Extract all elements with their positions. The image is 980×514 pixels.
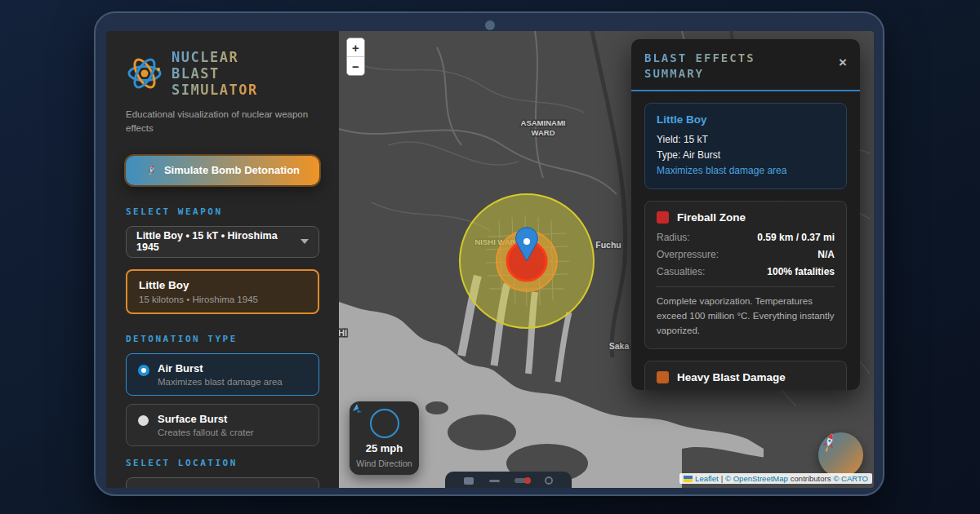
wind-direction-label: Wind Direction bbox=[356, 459, 412, 468]
wind-compass-icon bbox=[370, 409, 399, 438]
simulate-detonation-button[interactable]: Simulate Bomb Detonation bbox=[126, 156, 319, 185]
detonation-option-air-burst[interactable]: Air Burst Maximizes blast damage area bbox=[126, 353, 319, 396]
rocket-badge-button[interactable] bbox=[818, 432, 863, 477]
detonation-option-surface-burst[interactable]: Surface Burst Creates fallout & crater bbox=[126, 404, 319, 446]
weapon-select[interactable]: Little Boy • 15 kT • Hiroshima 1945 bbox=[126, 226, 319, 258]
map-label-hiroshima-partial: HI bbox=[339, 328, 347, 338]
app-title: NUCLEAR BLAST SIMULATOR bbox=[172, 49, 258, 98]
sidebar: NUCLEAR BLAST SIMULATOR Educational visu… bbox=[106, 31, 339, 488]
map-label-asaminami-2: WARD bbox=[531, 128, 555, 137]
fireball-zone-name: Fireball Zone bbox=[677, 211, 746, 224]
map-label-saka: Saka bbox=[609, 341, 630, 351]
surface-burst-label: Surface Burst bbox=[158, 413, 254, 425]
weapon-summary-card: Little Boy Yield: 15 kT Type: Air Burst … bbox=[644, 103, 847, 190]
heavy-blast-damage-card: Heavy Blast Damage Radius: 0.68 km / 0.4… bbox=[644, 361, 847, 390]
weapon-select-value: Little Boy • 15 kT • Hiroshima 1945 bbox=[136, 230, 301, 253]
map-zoom-control: + − bbox=[346, 38, 365, 76]
weapon-name: Little Boy bbox=[139, 279, 306, 291]
toggle-icon bbox=[514, 478, 529, 483]
wave-icon bbox=[489, 480, 500, 482]
select-weapon-heading: SELECT WEAPON bbox=[126, 206, 319, 217]
radio-selected-icon bbox=[138, 365, 149, 376]
carto-link[interactable]: © CARTO bbox=[833, 474, 868, 483]
zone-stat-row: Radius: 0.59 km / 0.37 mi bbox=[657, 232, 835, 243]
location-select[interactable]: Hiroshima bbox=[126, 477, 319, 488]
heavy-blast-name: Heavy Blast Damage bbox=[677, 371, 786, 383]
zone-stat-row: Overpressure: N/A bbox=[657, 249, 835, 260]
app-screen: NISHI WARD ASAMINAMI WARD Fuchu Saka HI bbox=[106, 31, 874, 488]
heavy-blast-swatch-icon bbox=[657, 371, 669, 383]
fireball-zone-swatch-icon bbox=[657, 211, 669, 224]
air-burst-description: Maximizes blast damage area bbox=[158, 377, 283, 387]
attribution-separator: | bbox=[721, 474, 723, 483]
wind-direction-widget[interactable]: 25 mph Wind Direction bbox=[350, 401, 419, 475]
atom-logo-icon bbox=[126, 55, 163, 92]
attribution-contributors: contributors bbox=[791, 474, 831, 483]
gear-icon bbox=[545, 476, 553, 485]
fireball-zone-description: Complete vaporization. Temperatures exce… bbox=[657, 295, 835, 338]
close-icon[interactable]: × bbox=[839, 55, 847, 69]
summary-type: Type: Air Burst bbox=[657, 148, 835, 163]
zoom-in-button[interactable]: + bbox=[347, 38, 364, 56]
wind-speed-value: 25 mph bbox=[366, 442, 403, 454]
fireball-zone-card: Fireball Zone Radius: 0.59 km / 0.37 mi … bbox=[644, 201, 847, 348]
rocket-icon bbox=[144, 162, 159, 178]
osm-link[interactable]: © OpenStreetMap bbox=[725, 474, 788, 483]
weapon-details: 15 kilotons • Hiroshima 1945 bbox=[139, 295, 306, 304]
zone-stat-row: Casualties: 100% fatalities bbox=[657, 266, 835, 277]
leaflet-link[interactable]: Leaflet bbox=[695, 474, 719, 483]
summary-weapon-name: Little Boy bbox=[657, 113, 835, 126]
air-burst-label: Air Burst bbox=[158, 362, 283, 374]
location-select-value: Hiroshima bbox=[136, 487, 186, 488]
surface-burst-description: Creates fallout & crater bbox=[158, 428, 254, 437]
blast-effects-panel: BLAST EFFECTS SUMMARY × Little Boy Yield… bbox=[631, 39, 860, 390]
chevron-down-icon bbox=[301, 239, 309, 244]
weapon-info-card: Little Boy 15 kilotons • Hiroshima 1945 bbox=[126, 269, 319, 314]
summary-note: Maximizes blast damage area bbox=[657, 163, 835, 179]
map-legend-toolbar[interactable] bbox=[445, 472, 572, 488]
background: NISHI WARD ASAMINAMI WARD Fuchu Saka HI bbox=[0, 0, 980, 514]
select-location-heading: SELECT LOCATION bbox=[126, 458, 319, 468]
radio-unselected-icon bbox=[138, 415, 149, 426]
ukraine-flag-icon bbox=[684, 476, 693, 482]
panel-title: BLAST EFFECTS SUMMARY bbox=[644, 51, 847, 82]
detonation-type-heading: DETONATION TYPE bbox=[126, 334, 319, 344]
map-label-fuchu: Fuchu bbox=[595, 240, 621, 250]
zoom-out-button[interactable]: − bbox=[347, 57, 364, 75]
map-attribution: Leaflet | © OpenStreetMap contributors ©… bbox=[679, 473, 872, 484]
camera-dot bbox=[485, 20, 495, 30]
summary-yield: Yield: 15 kT bbox=[657, 132, 835, 148]
simulate-button-label: Simulate Bomb Detonation bbox=[164, 164, 300, 176]
buildings-icon bbox=[464, 477, 474, 485]
map-label-asaminami: ASAMINAMI bbox=[521, 118, 566, 127]
app-subtitle: Educational visualization of nuclear wea… bbox=[126, 108, 319, 136]
zone-divider bbox=[657, 286, 835, 287]
